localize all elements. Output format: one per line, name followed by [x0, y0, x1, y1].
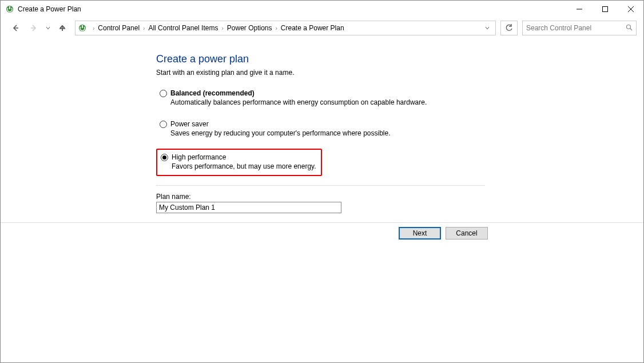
nav-bar: › Control Panel › All Control Panel Item… — [1, 18, 643, 38]
breadcrumb-item[interactable]: Power Options — [226, 24, 273, 32]
plan-description: Saves energy by reducing your computer's… — [170, 129, 640, 137]
chevron-right-icon[interactable]: › — [143, 25, 145, 31]
up-button[interactable] — [54, 20, 70, 36]
plan-label: High performance — [172, 153, 226, 161]
search-icon[interactable] — [626, 23, 633, 33]
chevron-right-icon[interactable]: › — [276, 25, 277, 31]
svg-rect-10 — [82, 25, 83, 28]
plan-option-powersaver[interactable]: Power saver Saves energy by reducing you… — [156, 118, 643, 139]
page-title: Create a power plan — [156, 53, 643, 65]
svg-rect-1 — [9, 6, 10, 9]
cancel-button[interactable]: Cancel — [446, 227, 488, 240]
close-button[interactable] — [618, 1, 643, 18]
breadcrumb-item[interactable]: Control Panel — [97, 24, 141, 32]
window-controls — [566, 1, 643, 18]
radio-button[interactable] — [160, 121, 167, 128]
window-title: Create a Power Plan — [18, 5, 566, 13]
plan-name-label: Plan name: — [156, 193, 643, 201]
forward-button[interactable] — [26, 20, 42, 36]
breadcrumb-item[interactable]: Create a Power Plan — [280, 24, 345, 32]
address-bar[interactable]: › Control Panel › All Control Panel Item… — [75, 21, 496, 35]
chevron-right-icon[interactable]: › — [93, 25, 94, 31]
plan-label: Power saver — [170, 120, 209, 128]
title-bar: Create a Power Plan — [1, 1, 643, 18]
divider — [156, 185, 485, 186]
svg-line-12 — [630, 29, 632, 30]
plan-description: Favors performance, but may use more ene… — [172, 162, 317, 170]
refresh-button[interactable] — [500, 21, 518, 35]
power-options-icon — [78, 23, 87, 33]
radio-button[interactable] — [160, 90, 167, 97]
minimize-button[interactable] — [566, 1, 592, 18]
svg-rect-3 — [602, 7, 607, 12]
back-button[interactable] — [7, 20, 23, 36]
svg-point-11 — [627, 25, 631, 29]
plan-option-balanced[interactable]: Balanced (recommended) Automatically bal… — [156, 87, 643, 109]
plan-label: Balanced (recommended) — [170, 89, 255, 97]
page-subtitle: Start with an existing plan and give it … — [156, 69, 643, 77]
history-dropdown[interactable] — [44, 26, 52, 30]
next-button[interactable]: Next — [399, 227, 441, 240]
address-dropdown[interactable] — [482, 21, 493, 35]
footer: Next Cancel — [1, 227, 643, 240]
search-box[interactable] — [522, 21, 637, 35]
power-options-icon — [5, 5, 14, 14]
plan-description: Automatically balances performance with … — [170, 98, 640, 106]
plan-option-highperformance[interactable]: High performance Favors performance, but… — [156, 149, 322, 176]
maximize-button[interactable] — [592, 1, 618, 18]
main-content: Create a power plan Start with an existi… — [1, 38, 643, 213]
chevron-right-icon[interactable]: › — [221, 25, 223, 31]
radio-button[interactable] — [161, 154, 168, 161]
plan-name-input[interactable] — [156, 202, 341, 213]
search-input[interactable] — [526, 24, 626, 32]
divider — [1, 222, 643, 223]
breadcrumb-item[interactable]: All Control Panel Items — [147, 24, 219, 32]
